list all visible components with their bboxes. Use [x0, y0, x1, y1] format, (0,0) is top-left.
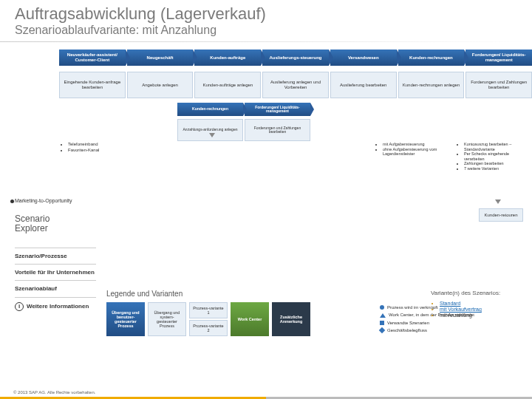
notes-right: Kontoauszug bearbeiten – Standardvariant… [458, 142, 528, 171]
mini-steps-row: Anzahlungs-anforderung anlegen Forderung… [177, 119, 310, 141]
sidebar-item-flow[interactable]: Szenarioablauf [15, 280, 96, 296]
legend-box-variant1: Prozess-variante 1 [189, 302, 228, 318]
square-icon [380, 321, 384, 325]
page-title: Auftragsabwicklung (Lagerverkauf) [0, 0, 532, 24]
phase-row: Neuverkäufer-assistent/ Customer-Client … [59, 50, 532, 66]
phase-6[interactable]: Kunden-rechnungen [398, 50, 465, 66]
step-2[interactable]: Angebote anlegen [127, 72, 194, 98]
legend-key-4: Geschäftsbelegfluss [387, 327, 427, 333]
title-divider [0, 41, 532, 42]
legend-box-system-process: Übergang und system-gesteuerter Prozess [148, 302, 186, 336]
steps-row: Eingehende Kunden-anfrage bearbeiten Ang… [59, 72, 532, 98]
mini-phase-1[interactable]: Kunden-rechnungen [177, 103, 243, 116]
scenario-explorer-label: Scenario Explorer [15, 214, 50, 233]
marketing-label: Marketing-to-Opportunity [15, 198, 72, 203]
page-subtitle: Szenarioablaufvariante: mit Anzahlung [0, 24, 532, 38]
mini-phase-row: Kunden-rechnungen Forderungen/ Liquiditä… [177, 103, 310, 116]
step-3[interactable]: Kunden-aufträge anlegen [194, 72, 261, 98]
step-6[interactable]: Kunden-rechnungen anlegen [398, 72, 465, 98]
variants-panel: Variante(n) des Szenarios: Standard mit … [431, 290, 523, 318]
legend-box-variant2: Prozess-variante 2 [189, 320, 228, 336]
legend-box-workcenter: Work Center [231, 302, 269, 336]
variant-link-vorkauf[interactable]: mit Vorkaufvertrag [440, 307, 482, 312]
arrow-down-icon [495, 200, 501, 204]
note-mid-2: ohne Aufgabensteuerung vom Lagerdienstle… [383, 147, 443, 157]
mini-phase-2[interactable]: Forderungen/ Liquiditäts-management [245, 103, 310, 116]
retour-box[interactable]: Kunden-retouren [479, 208, 523, 222]
sidebar-item-label: Weitere Informationen [27, 303, 89, 310]
variant-link-standard[interactable]: Standard [440, 301, 460, 306]
sidebar-item-benefits[interactable]: Vorteile für Ihr Unternehmen [15, 264, 96, 280]
step-5[interactable]: Auslieferung bearbeiten [330, 72, 397, 98]
mini-step-1[interactable]: Anzahlungs-anforderung anlegen [177, 119, 243, 141]
note-mid-1: mit Aufgabensteuerung [383, 142, 443, 147]
phase-2[interactable]: Neugeschäft [127, 50, 194, 66]
circle-icon [380, 305, 384, 310]
note-left-2: Favoriten-Kanal [68, 148, 99, 154]
phase-7[interactable]: Forderungen/ Liquiditäts-management [466, 50, 532, 66]
notes-left: Telefoneinband Favoriten-Kanal [62, 142, 99, 154]
variant-current: mit Anzahlung [440, 313, 472, 318]
sidebar: Szenario/Prozesse Vorteile für Ihr Unter… [15, 248, 96, 316]
phase-1[interactable]: Neuverkäufer-assistent/ Customer-Client [59, 50, 126, 66]
phase-5[interactable]: Versandwesen [330, 50, 397, 66]
step-4[interactable]: Auslieferung anlegen und Vorbereiten [262, 72, 329, 98]
note-left-1: Telefoneinband [68, 142, 99, 148]
note-right-3: Zahlungen bearbeiten [464, 161, 528, 166]
notes-mid: mit Aufgabensteuerung ohne Aufgabensteue… [377, 142, 443, 157]
note-right-2: Per Schecks eingehende verarbeiten [464, 151, 528, 161]
legend-box-user-process: Übergang und benutzer-gesteuerter Prozes… [106, 302, 145, 336]
phase-4[interactable]: Auslieferungs-steuerung [262, 50, 329, 66]
phase-3[interactable]: Kunden-aufträge [194, 50, 261, 66]
triangle-icon [380, 313, 386, 318]
note-right-1: Kontoauszug bearbeiten – Standardvariant… [464, 142, 528, 151]
sidebar-item-more-info[interactable]: i Weitere Informationen [15, 297, 96, 316]
diamond-icon [379, 327, 385, 333]
step-7[interactable]: Forderungen und Zahlungen bearbeiten [466, 72, 532, 98]
arrow-down-icon [209, 133, 215, 137]
sidebar-item-processes[interactable]: Szenario/Prozesse [15, 248, 96, 264]
marketing-bullet-icon [10, 200, 14, 203]
legend-key-3: Verwandte Szenarien [387, 320, 429, 326]
legend-box-annotation: Zusätzliche Anmerkung [272, 302, 310, 336]
variants-title: Variante(n) des Szenarios: [431, 290, 523, 296]
footer-copyright: © 2013 SAP AG. Alle Rechte vorbehalten. [13, 390, 95, 395]
mini-step-2[interactable]: Forderungen und Zahlungen bearbeiten [245, 119, 310, 141]
info-icon: i [15, 302, 24, 311]
step-1[interactable]: Eingehende Kunden-anfrage bearbeiten [59, 72, 126, 98]
note-right-4: 7 weitere Varianten [464, 166, 528, 171]
